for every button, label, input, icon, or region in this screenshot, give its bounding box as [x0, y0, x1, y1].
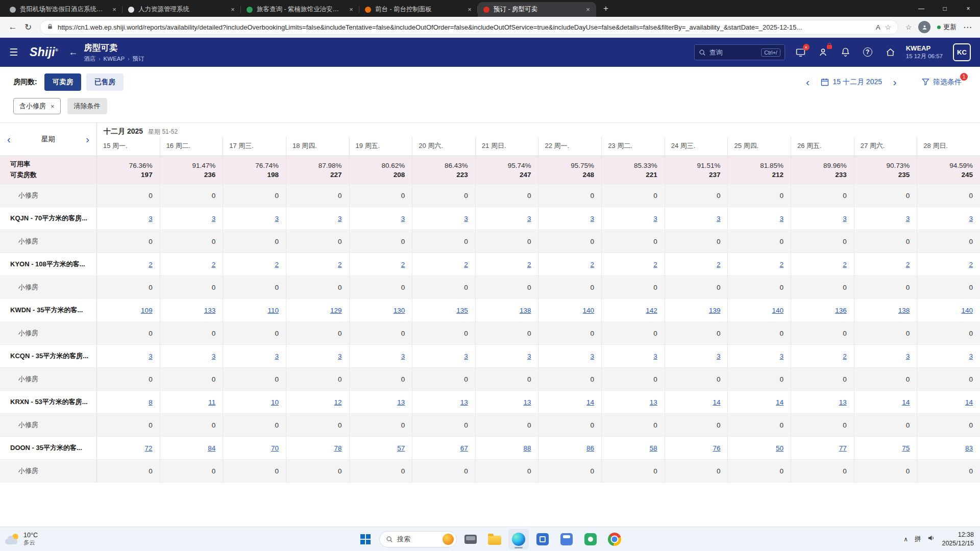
availability-link[interactable]: 3 — [338, 353, 342, 360]
remove-chip-icon[interactable]: × — [51, 103, 55, 110]
availability-link[interactable]: 2 — [843, 353, 847, 360]
date-picker[interactable]: 15 十二月 2025 — [821, 78, 883, 87]
availability-link[interactable]: 135 — [456, 307, 468, 314]
browser-tab[interactable]: 预订 - 房型可卖× — [478, 2, 596, 17]
cashier-icon[interactable] — [818, 47, 828, 58]
availability-link[interactable]: 3 — [212, 353, 216, 360]
availability-link[interactable]: 3 — [464, 353, 468, 360]
taskbar-search[interactable]: 搜索 — [379, 531, 457, 547]
availability-link[interactable]: 3 — [653, 215, 657, 222]
back-icon[interactable]: ← — [5, 19, 20, 35]
availability-link[interactable]: 12 — [334, 398, 342, 406]
availability-link[interactable]: 3 — [969, 353, 973, 360]
availability-link[interactable]: 3 — [969, 215, 973, 222]
availability-link[interactable]: 140 — [961, 307, 973, 314]
availability-link[interactable]: 75 — [902, 444, 910, 452]
volume-icon[interactable] — [927, 534, 935, 544]
availability-link[interactable]: 2 — [401, 261, 405, 268]
browser-tab[interactable]: 前台 - 前台控制面板× — [359, 2, 478, 17]
availability-link[interactable]: 140 — [583, 307, 595, 314]
availability-link[interactable]: 76 — [713, 444, 720, 452]
maximize-button[interactable]: □ — [933, 0, 957, 17]
availability-link[interactable]: 70 — [271, 444, 279, 452]
availability-link[interactable]: 14 — [776, 398, 783, 406]
address-bar[interactable]: https://cn1.web.ep.shiji.world/reports/a… — [40, 20, 898, 35]
availability-link[interactable]: 2 — [464, 261, 468, 268]
notifications-bell-icon[interactable] — [840, 47, 851, 58]
availability-link[interactable]: 3 — [527, 215, 531, 222]
prev-week-button[interactable]: ‹ — [7, 134, 11, 145]
availability-link[interactable]: 3 — [780, 215, 784, 222]
availability-link[interactable]: 2 — [275, 261, 279, 268]
breadcrumb-hotel[interactable]: 酒店 — [84, 55, 95, 63]
green-app-taskbar-button[interactable] — [580, 529, 601, 549]
hamburger-menu-icon[interactable]: ☰ — [9, 46, 26, 58]
availability-link[interactable]: 2 — [780, 261, 784, 268]
availability-link[interactable]: 77 — [839, 444, 847, 452]
favorite-star-icon[interactable]: ☆ — [885, 23, 891, 31]
availability-link[interactable]: 83 — [965, 444, 973, 452]
availability-link[interactable]: 2 — [527, 261, 531, 268]
availability-link[interactable]: 3 — [591, 215, 595, 222]
availability-link[interactable]: 3 — [464, 215, 468, 222]
browser-tab[interactable]: 旅客查询 - 紫楠旅馆业治安信息系...× — [241, 2, 359, 17]
file-explorer-taskbar-button[interactable] — [484, 529, 505, 549]
availability-link[interactable]: 84 — [208, 444, 215, 452]
devices-icon[interactable]: × — [795, 47, 806, 58]
prev-date-button[interactable]: ‹ — [801, 76, 815, 88]
availability-link[interactable]: 3 — [717, 353, 721, 360]
help-icon[interactable]: ? — [863, 47, 873, 58]
availability-link[interactable]: 78 — [334, 444, 342, 452]
availability-link[interactable]: 3 — [401, 353, 405, 360]
blue-app-taskbar-button[interactable] — [532, 529, 553, 549]
availability-link[interactable]: 109 — [141, 307, 153, 314]
tab-close-icon[interactable]: × — [110, 6, 118, 14]
availability-link[interactable]: 136 — [835, 307, 847, 314]
availability-link[interactable]: 3 — [338, 215, 342, 222]
availability-link[interactable]: 50 — [776, 444, 783, 452]
availability-link[interactable]: 2 — [338, 261, 342, 268]
tab-close-icon[interactable]: × — [584, 6, 592, 14]
availability-link[interactable]: 13 — [650, 398, 657, 406]
new-tab-button[interactable]: + — [599, 3, 612, 16]
minor-repair-filter-chip[interactable]: 含小修房 × — [13, 98, 61, 114]
filter-conditions-button[interactable]: 筛选条件 1 — [922, 78, 962, 87]
availability-link[interactable]: 3 — [275, 215, 279, 222]
next-week-button[interactable]: › — [86, 134, 89, 145]
availability-link[interactable]: 2 — [149, 261, 153, 268]
availability-link[interactable]: 3 — [149, 353, 153, 360]
availability-link[interactable]: 58 — [650, 444, 657, 452]
availability-link[interactable]: 3 — [906, 215, 910, 222]
profile-avatar[interactable] — [918, 21, 930, 33]
breadcrumb-reservation[interactable]: 预订 — [133, 55, 144, 63]
availability-link[interactable]: 57 — [397, 444, 405, 452]
system-app-taskbar-button[interactable] — [460, 529, 481, 549]
availability-link[interactable]: 13 — [523, 398, 531, 406]
clear-filters-button[interactable]: 清除条件 — [67, 98, 107, 114]
browser-update-button[interactable]: 更新 — [937, 22, 957, 32]
global-search-input[interactable]: 查询 Ctrl+/ — [694, 44, 785, 60]
availability-link[interactable]: 2 — [717, 261, 721, 268]
tab-close-icon[interactable]: × — [229, 6, 237, 14]
favorites-bar-icon[interactable]: ☆ — [905, 23, 912, 31]
availability-link[interactable]: 3 — [717, 215, 721, 222]
availability-link[interactable]: 139 — [709, 307, 721, 314]
availability-link[interactable]: 2 — [591, 261, 595, 268]
sellable-rooms-button[interactable]: 可卖房 — [44, 73, 82, 91]
availability-link[interactable]: 3 — [149, 215, 153, 222]
ime-indicator[interactable]: 拼 — [915, 535, 921, 543]
availability-link[interactable]: 11 — [208, 398, 215, 406]
availability-link[interactable]: 3 — [843, 215, 847, 222]
availability-link[interactable]: 138 — [898, 307, 910, 314]
next-date-button[interactable]: › — [888, 76, 901, 88]
availability-link[interactable]: 13 — [397, 398, 405, 406]
availability-link[interactable]: 2 — [843, 261, 847, 268]
availability-link[interactable]: 2 — [212, 261, 216, 268]
availability-link[interactable]: 14 — [965, 398, 973, 406]
refresh-icon[interactable]: ↻ — [20, 19, 36, 35]
availability-link[interactable]: 8 — [149, 398, 153, 406]
availability-link[interactable]: 2 — [969, 261, 973, 268]
availability-link[interactable]: 110 — [267, 307, 279, 314]
browser-menu-icon[interactable]: ⋯ — [963, 22, 972, 33]
clock[interactable]: 12:38 2025/12/15 — [942, 531, 974, 548]
